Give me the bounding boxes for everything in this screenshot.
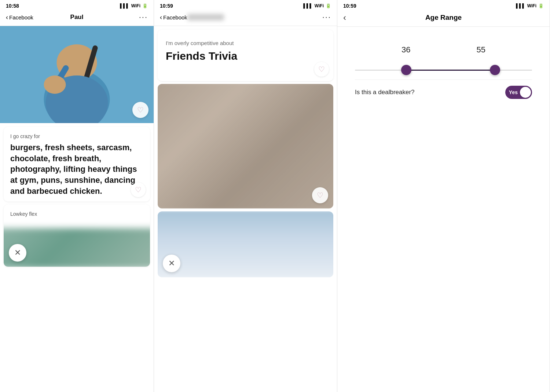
- like-button-card[interactable]: ♡: [131, 182, 146, 197]
- wifi-icon: WiFi: [131, 3, 140, 8]
- age-range-slider[interactable]: [355, 63, 532, 77]
- range-thumb-max[interactable]: [490, 65, 500, 75]
- toggle-knob: [520, 87, 531, 98]
- dealbreaker-row: Is this a dealbreaker? Yes: [355, 79, 532, 105]
- back-button-2[interactable]: ‹ Facebook: [160, 14, 187, 21]
- panel-profile: 10:58 ▌▌▌ WiFi 🔋 ‹ Facebook Paul ···: [0, 0, 154, 392]
- more-button-1[interactable]: ···: [139, 12, 148, 22]
- status-time-1: 10:58: [6, 3, 19, 9]
- dealbreaker-toggle[interactable]: Yes: [505, 86, 532, 99]
- panel-profile2: 10:59 ▌▌▌ WiFi 🔋 ‹ Facebook ··· I'm over…: [154, 0, 337, 392]
- status-icons-1: ▌▌▌ WiFi 🔋: [120, 3, 148, 8]
- status-bar-2: 10:59 ▌▌▌ WiFi 🔋: [154, 0, 337, 10]
- like-button-photo1[interactable]: ♡: [312, 187, 328, 203]
- card-subtitle: I go crazy for: [10, 133, 143, 139]
- x-icon-2: ✕: [168, 259, 175, 268]
- like-button-trivia[interactable]: ♡: [314, 62, 329, 77]
- age-values-row: 36 55: [355, 45, 532, 55]
- profile-photo-bg: [0, 26, 154, 123]
- x-icon-1: ✕: [14, 248, 21, 258]
- age-max-value: 55: [477, 45, 485, 55]
- panel1-scroll: ♡ I go crazy for burgers, fresh sheets, …: [0, 26, 154, 392]
- toggle-yes-label: Yes: [509, 89, 518, 95]
- nav-bar-1: ‹ Facebook Paul ···: [0, 10, 154, 26]
- back-arrow-icon-1: ‹: [6, 14, 8, 21]
- status-bar-1: 10:58 ▌▌▌ WiFi 🔋: [0, 0, 154, 10]
- trivia-title: Friends Trivia: [166, 50, 325, 62]
- heart-icon-trivia: ♡: [318, 65, 325, 74]
- back-label-1: Facebook: [9, 14, 33, 21]
- age-range-title: Age Range: [425, 14, 462, 22]
- nav-bar-3: ‹ Age Range: [337, 10, 550, 27]
- back-chevron-3[interactable]: ‹: [343, 12, 346, 23]
- heart-icon-profile: ♡: [137, 106, 144, 114]
- back-arrow-icon-2: ‹: [160, 14, 162, 21]
- range-fill: [403, 70, 496, 71]
- status-icons-3: ▌▌▌ WiFi 🔋: [516, 3, 544, 8]
- blurred-profile-name: [187, 14, 224, 21]
- crazy-for-card: I go crazy for burgers, fresh sheets, sa…: [4, 127, 150, 201]
- lowkey-image: [4, 228, 150, 267]
- profile-silhouette: [0, 26, 154, 123]
- heart-icon-card: ♡: [135, 185, 142, 194]
- age-range-section: 36 55 Is this a dealbreaker? Yes: [346, 34, 541, 114]
- like-button-profile-image[interactable]: ♡: [132, 102, 148, 118]
- wifi-icon-2: WiFi: [315, 3, 324, 8]
- signal-icon-3: ▌▌▌: [516, 3, 525, 8]
- battery-icon-2: 🔋: [326, 3, 331, 8]
- battery-icon: 🔋: [142, 3, 148, 8]
- lowkey-title: Lowkey flex: [10, 211, 143, 217]
- status-icons-2: ▌▌▌ WiFi 🔋: [303, 3, 331, 8]
- card-body-text: burgers, fresh sheets, sarcasm, chocolat…: [10, 142, 143, 196]
- photo-card-2: ✕: [158, 211, 333, 277]
- svg-point-6: [44, 75, 66, 94]
- panel2-scroll: I'm overly competitive about Friends Tri…: [154, 26, 337, 392]
- status-bar-3: 10:59 ▌▌▌ WiFi 🔋: [337, 0, 550, 10]
- back-button-1[interactable]: ‹ Facebook: [6, 14, 33, 21]
- trivia-card: I'm overly competitive about Friends Tri…: [158, 30, 333, 81]
- status-time-3: 10:59: [343, 3, 356, 9]
- age-min-value: 36: [402, 45, 410, 55]
- signal-icon: ▌▌▌: [120, 3, 129, 8]
- range-thumb-min[interactable]: [401, 65, 411, 75]
- heart-icon-photo1: ♡: [317, 191, 323, 200]
- status-time-2: 10:59: [160, 3, 173, 9]
- lowkey-card: Lowkey flex ✕: [4, 204, 150, 267]
- dismiss-button-2[interactable]: ✕: [163, 255, 180, 272]
- profile-image: ♡: [0, 26, 154, 123]
- photo-bg-2: [158, 211, 333, 277]
- more-button-2[interactable]: ···: [322, 12, 331, 22]
- signal-icon-2: ▌▌▌: [303, 3, 313, 8]
- panel3-main: 36 55 Is this a dealbreaker? Yes: [337, 27, 550, 392]
- dealbreaker-label: Is this a dealbreaker?: [355, 89, 415, 96]
- profile-name-title: Paul: [70, 14, 84, 21]
- photo-overlay-1: [158, 84, 333, 208]
- wifi-icon-3: WiFi: [527, 3, 536, 8]
- back-label-2: Facebook: [163, 14, 187, 21]
- trivia-subtitle: I'm overly competitive about: [166, 40, 325, 46]
- photo-card-1: ♡: [158, 84, 333, 208]
- nav-bar-2: ‹ Facebook ···: [154, 10, 337, 26]
- panel-settings: 10:59 ▌▌▌ WiFi 🔋 ‹ Age Range 36 55 Is th…: [337, 0, 550, 392]
- battery-icon-3: 🔋: [538, 3, 544, 8]
